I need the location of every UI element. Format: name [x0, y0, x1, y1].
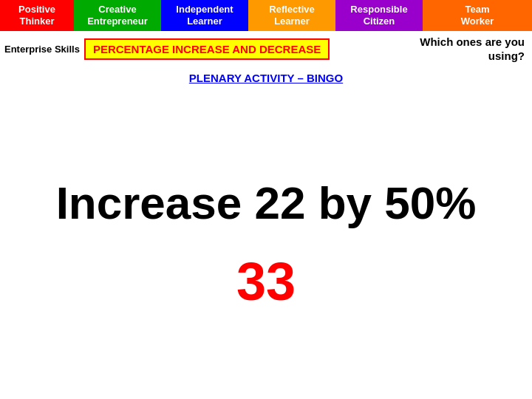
nav-reflective-learner[interactable]: ReflectiveLearner — [248, 0, 335, 31]
enterprise-skills-label: Enterprise Skills — [0, 44, 84, 55]
second-row: Enterprise Skills PERCENTAGE INCREASE AN… — [0, 31, 532, 66]
nav-creative-entrepreneur[interactable]: CreativeEntrepreneur — [74, 0, 161, 31]
nav-responsible-citizen[interactable]: ResponsibleCitizen — [335, 0, 423, 31]
nav-independent-learner[interactable]: IndependentLearner — [161, 0, 248, 31]
nav-team-worker[interactable]: TeamWorker — [423, 0, 532, 31]
plenary-text: PLENARY ACTIVITY – BINGO — [189, 72, 343, 84]
question-text: Increase 22 by 50% — [56, 177, 477, 229]
nav-reflective-learner-label: ReflectiveLearner — [269, 4, 314, 27]
nav-positive-thinker-label: PositiveThinker — [18, 4, 55, 27]
percentage-banner: PERCENTAGE INCREASE AND DECREASE — [84, 38, 330, 60]
nav-team-worker-label: TeamWorker — [461, 4, 494, 27]
plenary-row: PLENARY ACTIVITY – BINGO — [0, 66, 532, 89]
main-content: Increase 22 by 50% 33 — [0, 89, 532, 399]
top-navigation: PositiveThinker CreativeEntrepreneur Ind… — [0, 0, 532, 31]
nav-responsible-citizen-label: ResponsibleCitizen — [350, 4, 407, 27]
nav-creative-entrepreneur-label: CreativeEntrepreneur — [87, 4, 148, 27]
answer-text: 33 — [236, 251, 296, 312]
nav-independent-learner-label: IndependentLearner — [176, 4, 233, 27]
nav-positive-thinker[interactable]: PositiveThinker — [0, 0, 74, 31]
which-ones-text: Which ones are youusing? — [412, 35, 532, 64]
